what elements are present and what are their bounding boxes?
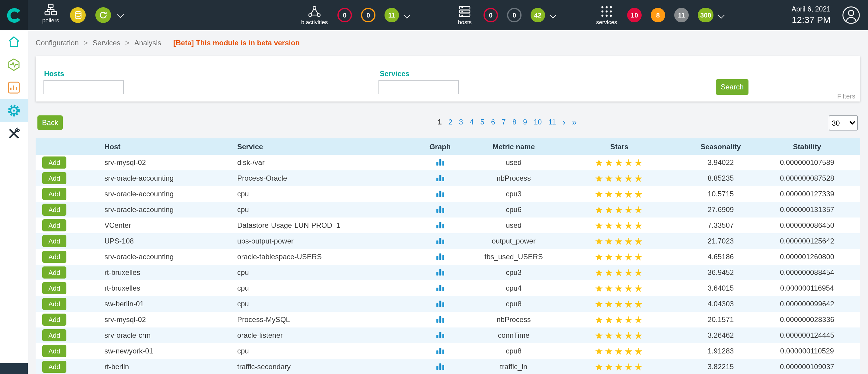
status-badge[interactable]: 10 xyxy=(627,8,642,22)
graph-icon[interactable] xyxy=(435,267,444,278)
graph-icon[interactable] xyxy=(435,173,444,183)
table-row: Addsrv-oracle-accountingcpucpu6★★★★★27.6… xyxy=(36,202,860,218)
stability-cell: 0.000000110529 xyxy=(754,343,860,359)
breadcrumb-item[interactable]: Configuration xyxy=(36,38,79,47)
hosts-icon xyxy=(458,5,471,17)
host-cell: VCenter xyxy=(96,218,229,233)
time-label: 12:37 PM xyxy=(792,14,831,25)
status-badge[interactable]: 0 xyxy=(361,8,375,22)
topbar-hosts[interactable]: hosts 0042 xyxy=(452,3,555,27)
status-badge[interactable]: 0 xyxy=(337,8,352,22)
services-badges: 10811300 xyxy=(627,8,714,22)
stars-rating: ★★★★★ xyxy=(551,249,687,265)
filters-link[interactable]: Filters xyxy=(837,92,855,100)
add-button[interactable]: Add xyxy=(42,282,66,294)
graph-icon[interactable] xyxy=(435,189,444,199)
graph-icon[interactable] xyxy=(435,157,444,168)
stability-cell: 0.000000088454 xyxy=(754,265,860,280)
breadcrumb-item[interactable]: Analysis xyxy=(134,38,161,47)
page-11[interactable]: 11 xyxy=(548,118,556,126)
chevron-down-icon[interactable] xyxy=(117,11,124,18)
graph-icon[interactable] xyxy=(435,236,444,246)
database-status-icon[interactable] xyxy=(70,7,86,23)
service-cell: cpu xyxy=(229,265,404,280)
stars-rating: ★★★★★ xyxy=(551,186,687,202)
add-button[interactable]: Add xyxy=(42,266,66,279)
add-button[interactable]: Add xyxy=(42,361,66,373)
add-button[interactable]: Add xyxy=(42,251,66,263)
add-button[interactable]: Add xyxy=(42,188,66,200)
pollers-status[interactable]: pollers xyxy=(35,4,66,24)
page-8[interactable]: 8 xyxy=(513,118,517,126)
user-avatar[interactable] xyxy=(842,6,860,24)
stars-rating: ★★★★★ xyxy=(551,296,687,312)
sidebar-item-configuration[interactable] xyxy=(0,99,28,122)
add-button[interactable]: Add xyxy=(42,345,66,357)
status-badge[interactable]: 0 xyxy=(484,8,498,22)
status-badge[interactable]: 11 xyxy=(384,8,399,22)
add-button[interactable]: Add xyxy=(42,156,66,169)
service-cell: cpu xyxy=(229,186,404,202)
sidebar-collapse-button[interactable] xyxy=(0,363,28,374)
graph-icon[interactable] xyxy=(435,330,444,341)
graph-icon[interactable] xyxy=(435,252,444,262)
add-button[interactable]: Add xyxy=(42,172,66,184)
add-button[interactable]: Add xyxy=(42,204,66,216)
home-icon xyxy=(7,35,21,48)
next-page-icon[interactable]: › xyxy=(563,118,565,126)
status-badge[interactable]: 8 xyxy=(651,8,665,22)
status-badge[interactable]: 0 xyxy=(507,8,522,22)
page-4[interactable]: 4 xyxy=(470,118,473,126)
topbar-services[interactable]: services 10811300 xyxy=(592,3,724,27)
seasonality-cell: 3.26462 xyxy=(687,327,754,343)
chevron-down-icon[interactable] xyxy=(718,12,725,19)
stability-cell: 0.000000087528 xyxy=(754,170,860,186)
page-2[interactable]: 2 xyxy=(448,118,452,126)
seasonality-cell: 10.5715 xyxy=(687,186,754,202)
status-badge[interactable]: 42 xyxy=(531,8,545,22)
graph-icon[interactable] xyxy=(435,315,444,325)
service-cell: oracle-listener xyxy=(229,327,404,343)
graph-icon[interactable] xyxy=(435,362,444,372)
status-badge[interactable]: 11 xyxy=(674,8,689,22)
status-badge[interactable]: 300 xyxy=(698,8,714,22)
sidebar-item-administration[interactable] xyxy=(0,122,28,145)
page-3[interactable]: 3 xyxy=(459,118,463,126)
page-10[interactable]: 10 xyxy=(534,118,542,126)
page-7[interactable]: 7 xyxy=(502,118,505,126)
topbar-business-activities[interactable]: b.activities 0011 xyxy=(297,3,409,27)
hosts-filter-input[interactable] xyxy=(43,80,124,94)
graph-icon[interactable] xyxy=(435,299,444,309)
service-cell: cpu xyxy=(229,280,404,296)
header-add xyxy=(36,138,96,155)
add-button[interactable]: Add xyxy=(42,235,66,247)
centreon-logo[interactable] xyxy=(0,0,28,30)
graph-icon[interactable] xyxy=(435,204,444,215)
services-filter-input[interactable] xyxy=(378,80,459,94)
add-button[interactable]: Add xyxy=(42,329,66,341)
add-button[interactable]: Add xyxy=(42,219,66,231)
page-6[interactable]: 6 xyxy=(491,118,495,126)
graph-icon[interactable] xyxy=(435,283,444,293)
sidebar-item-home[interactable] xyxy=(0,30,28,53)
chevron-down-icon[interactable] xyxy=(550,12,557,19)
last-page-icon[interactable]: » xyxy=(572,118,577,126)
page-5[interactable]: 5 xyxy=(480,118,485,126)
graph-icon[interactable] xyxy=(435,220,444,230)
page-9[interactable]: 9 xyxy=(523,118,527,126)
seasonality-cell: 4.04303 xyxy=(687,296,754,312)
sidebar-item-monitoring[interactable] xyxy=(0,53,28,76)
search-button[interactable]: Search xyxy=(716,79,748,95)
add-button[interactable]: Add xyxy=(42,314,66,326)
table-row: Addsrv-mysql-02disk-/varused★★★★★3.94022… xyxy=(36,155,860,170)
graph-icon[interactable] xyxy=(435,346,444,356)
back-button[interactable]: Back xyxy=(37,115,63,130)
page-1[interactable]: 1 xyxy=(438,118,441,126)
seasonality-cell: 7.33507 xyxy=(687,218,754,233)
page-size-select[interactable]: 30 xyxy=(829,115,858,131)
add-button[interactable]: Add xyxy=(42,298,66,310)
ok-status-icon[interactable] xyxy=(95,7,111,23)
sidebar-item-reporting[interactable] xyxy=(0,76,28,99)
chevron-down-icon[interactable] xyxy=(404,12,410,19)
breadcrumb-item[interactable]: Services xyxy=(93,38,120,47)
